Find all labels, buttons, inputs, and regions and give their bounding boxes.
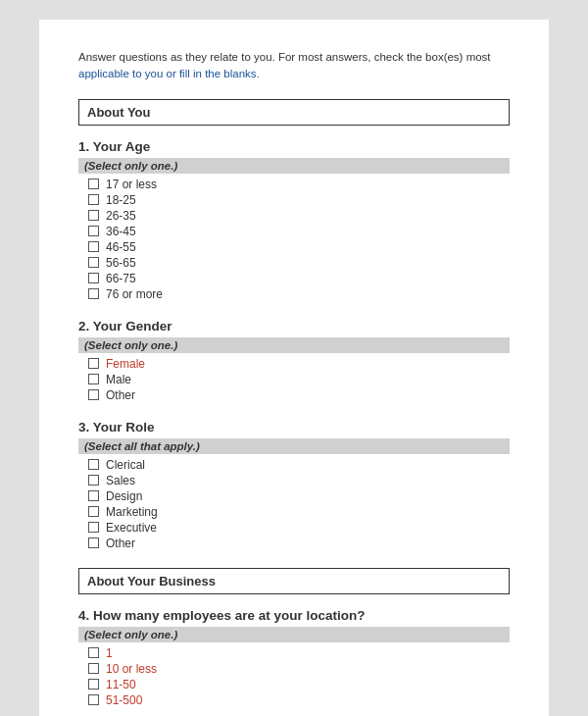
- checkbox-icon[interactable]: [88, 288, 99, 299]
- list-item: 26-35: [88, 209, 510, 223]
- option-list: 17 or less18-2526-3536-4546-5556-6566-75…: [78, 178, 510, 301]
- question-title: 2. Your Gender: [78, 319, 510, 333]
- question-block: 1. Your Age(Select only one.)17 or less1…: [78, 139, 510, 301]
- checkbox-icon[interactable]: [88, 358, 99, 369]
- list-item: 10 or less: [88, 662, 510, 676]
- checkbox-icon[interactable]: [88, 459, 99, 470]
- intro-text: Answer questions as they relate to you. …: [78, 49, 510, 83]
- checkbox-icon[interactable]: [88, 179, 99, 189]
- checkbox-icon[interactable]: [88, 241, 99, 252]
- list-item: 46-55: [88, 240, 510, 254]
- checkbox-icon[interactable]: [88, 647, 99, 658]
- section-title: About Your Business: [78, 568, 510, 594]
- question-block: 3. Your Role(Select all that apply.)Cler…: [78, 420, 510, 550]
- option-label: 1: [106, 646, 113, 660]
- list-item: 56-65: [88, 256, 510, 270]
- list-item: Other: [88, 388, 510, 402]
- question-subtitle: (Select only one.): [78, 337, 510, 353]
- checkbox-icon[interactable]: [88, 374, 99, 384]
- checkbox-icon[interactable]: [88, 475, 99, 486]
- checkbox-icon[interactable]: [88, 273, 99, 283]
- list-item: 36-45: [88, 225, 510, 238]
- option-label: 11-50: [106, 678, 136, 691]
- question-block: 2. Your Gender(Select only one.)FemaleMa…: [78, 319, 510, 402]
- question-subtitle: (Select all that apply.): [78, 438, 510, 454]
- list-item: 18-25: [88, 193, 510, 207]
- question-title: 3. Your Role: [78, 420, 510, 435]
- option-label: 17 or less: [106, 178, 157, 191]
- option-label: Marketing: [106, 505, 158, 519]
- option-label: Other: [106, 537, 135, 550]
- option-list: 110 or less11-5051-500: [78, 646, 510, 707]
- option-label: Executive: [106, 521, 157, 535]
- option-label: Female: [106, 357, 145, 371]
- list-item: Design: [88, 489, 510, 503]
- option-label: 66-75: [106, 272, 136, 285]
- list-item: 66-75: [88, 272, 510, 285]
- option-label: 51-500: [106, 693, 142, 707]
- checkbox-icon[interactable]: [88, 257, 99, 268]
- option-label: 10 or less: [106, 662, 157, 676]
- question-subtitle: (Select only one.): [78, 158, 510, 174]
- option-label: Other: [106, 388, 135, 402]
- list-item: Sales: [88, 474, 510, 487]
- option-label: Design: [106, 489, 142, 503]
- option-label: 56-65: [106, 256, 136, 270]
- checkbox-icon[interactable]: [88, 679, 99, 690]
- option-label: 26-35: [106, 209, 136, 223]
- checkbox-icon[interactable]: [88, 506, 99, 517]
- question-title: 1. Your Age: [78, 139, 510, 154]
- list-item: 76 or more: [88, 287, 510, 301]
- question-block: 4. How many employees are at your locati…: [78, 608, 510, 707]
- question-subtitle: (Select only one.): [78, 627, 510, 642]
- option-label: 46-55: [106, 240, 136, 254]
- option-label: 76 or more: [106, 287, 163, 301]
- option-list: ClericalSalesDesignMarketingExecutiveOth…: [78, 458, 510, 550]
- option-label: Clerical: [106, 458, 145, 472]
- list-item: 51-500: [88, 693, 510, 707]
- survey-page: Answer questions as they relate to you. …: [39, 20, 549, 716]
- section-title: About You: [78, 99, 510, 126]
- list-item: Clerical: [88, 458, 510, 472]
- list-item: Marketing: [88, 505, 510, 519]
- list-item: Executive: [88, 521, 510, 535]
- option-label: 18-25: [106, 193, 136, 207]
- question-title: 4. How many employees are at your locati…: [78, 608, 510, 623]
- option-label: 36-45: [106, 225, 136, 238]
- option-label: Male: [106, 373, 131, 386]
- list-item: 11-50: [88, 678, 510, 691]
- checkbox-icon[interactable]: [88, 194, 99, 205]
- checkbox-icon[interactable]: [88, 226, 99, 236]
- checkbox-icon[interactable]: [88, 663, 99, 674]
- checkbox-icon[interactable]: [88, 210, 99, 221]
- list-item: 17 or less: [88, 178, 510, 191]
- list-item: Female: [88, 357, 510, 371]
- checkbox-icon[interactable]: [88, 537, 99, 548]
- option-label: Sales: [106, 474, 135, 487]
- list-item: 1: [88, 646, 510, 660]
- list-item: Other: [88, 537, 510, 550]
- checkbox-icon[interactable]: [88, 490, 99, 501]
- checkbox-icon[interactable]: [88, 389, 99, 400]
- checkbox-icon[interactable]: [88, 694, 99, 705]
- list-item: Male: [88, 373, 510, 386]
- option-list: FemaleMaleOther: [78, 357, 510, 402]
- checkbox-icon[interactable]: [88, 522, 99, 533]
